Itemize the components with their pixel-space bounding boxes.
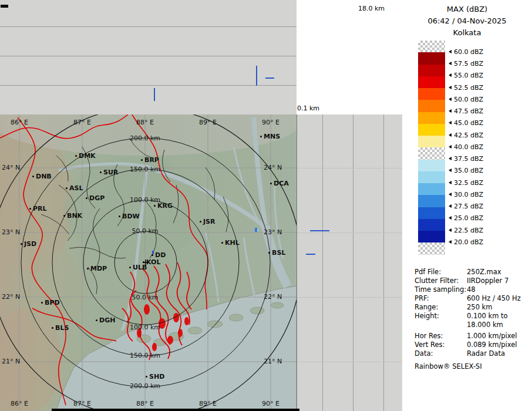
city-code: DCA [274,180,289,187]
info-label: Pdf File: [415,268,441,276]
city-marker-dot [87,268,89,269]
longitude-label: 87° E [73,400,91,407]
legend-arrow-icon [449,62,452,65]
city-marker-dot [21,243,22,245]
city-marker-dot [29,208,31,210]
city-code: ULB [133,264,147,271]
info-label: PRF: [415,294,429,302]
legend-arrow-icon [449,50,452,53]
legend-segment [418,147,445,159]
city-marker-dot [151,254,153,256]
city-code: MNS [264,133,280,140]
latitude-label: 23° N [2,228,20,236]
range-ring-label: 50.0 km [132,294,158,301]
city-marker-dot [75,155,77,157]
city-label: JSD [21,241,36,248]
legend-segment [418,112,445,124]
city-marker-dot [268,252,270,254]
info-sidebar: MAX (dBZ) 06:42 / 04-Nov-2025 Kolkata 60… [402,0,532,411]
info-value: 18.000 km [467,321,503,329]
height-gridline [353,114,353,411]
info-value: Radar Data [467,349,505,358]
legend-label: 52.5 dBZ [449,84,483,92]
latitude-label: 21° N [2,358,20,365]
info-value: 0.100 km to [467,312,508,320]
echo-trace [265,78,274,79]
city-label: DMK [75,153,96,160]
city-code: BNK [67,212,82,220]
legend-segment [418,207,445,219]
legend-arrow-icon [449,181,452,184]
latitude-gridline [297,297,403,298]
city-label: KHL [221,240,240,247]
range-ring-label: 150.0 km [130,166,160,173]
legend-label: 25.0 dBZ [449,214,483,223]
legend-arrow-icon [449,121,452,124]
ew-projection-panel [0,0,297,115]
legend-arrow-icon [449,216,452,220]
longitude-label: 86° E [11,119,28,126]
city-label: DGP [86,195,105,202]
info-value: 250 km [467,303,492,311]
legend-arrow-icon [449,133,452,137]
city-marker-dot [96,319,97,321]
legend-label: 50.0 dBZ [449,96,483,104]
city-marker-dot [41,302,43,304]
legend-label: 60.0 dBZ [449,48,483,56]
city-marker-dot [32,176,34,177]
echo-trace [256,66,257,86]
info-label: Vert Res: [415,341,445,349]
city-label: JSR [200,218,216,225]
software-brand: Rainbow® SELEX-SI [415,362,482,370]
legend-label: 20.0 dBZ [449,238,483,247]
legend-segment [418,41,445,52]
city-code: DMK [79,152,96,160]
city-marker-dot [100,171,102,173]
echo-trace [310,230,329,231]
latitude-gridline [297,233,403,233]
city-code: SHD [149,373,164,380]
radar-display: 18.0 km 0.1 km [0,0,532,411]
latitude-label: 23° N [264,228,282,236]
legend-segment [418,100,445,112]
longitude-label: 89° E [199,400,217,407]
legend-label: 37.5 dBZ [449,155,483,163]
height-gridline [0,26,297,27]
legend-label: 55.0 dBZ [449,72,483,80]
legend-segment [418,231,445,242]
city-marker-dot [146,376,147,378]
station-name: Kolkata [402,28,532,37]
longitude-label: 90° E [262,400,280,407]
city-code: PRL [33,205,47,213]
city-code: JSR [203,218,216,225]
city-code: SUR [103,169,118,176]
city-marker-dot [52,327,53,329]
latitude-label: 22° N [2,293,20,301]
legend-arrow-icon [449,109,452,113]
ns-projection-panel [297,114,403,411]
legend-arrow-icon [449,228,452,232]
city-code: BDW [122,213,140,220]
city-label: MNS [260,133,280,140]
info-label: Range: [415,303,438,311]
echo-trace [306,254,315,255]
map-label-layer: MNSDMKBRPSURDNBASLDGPDCAPRLBNKBDWKRGJSRK… [0,114,297,411]
city-label: BLS [52,325,69,332]
range-ring-label: 200.0 km [130,134,160,142]
city-code: KHL [225,239,240,247]
info-label: Clutter Filter: [415,277,459,285]
legend-arrow-icon [449,193,452,196]
latitude-label: 24° N [2,164,20,171]
height-gridline [0,85,297,86]
height-axis-max-label: 18.0 km [358,5,385,12]
longitude-label: 87° E [73,119,91,126]
legend-arrow-icon [449,157,452,160]
info-label: Time sampling: [415,285,466,294]
city-label: DCA [270,180,289,187]
city-code: BSL [272,249,285,257]
height-axis-corner: 18.0 km 0.1 km [297,0,403,114]
legend-segment [418,52,445,64]
city-code: KOL [146,258,160,266]
height-axis-min-label: 0.1 km [297,105,319,112]
legend-arrow-icon [449,145,452,149]
